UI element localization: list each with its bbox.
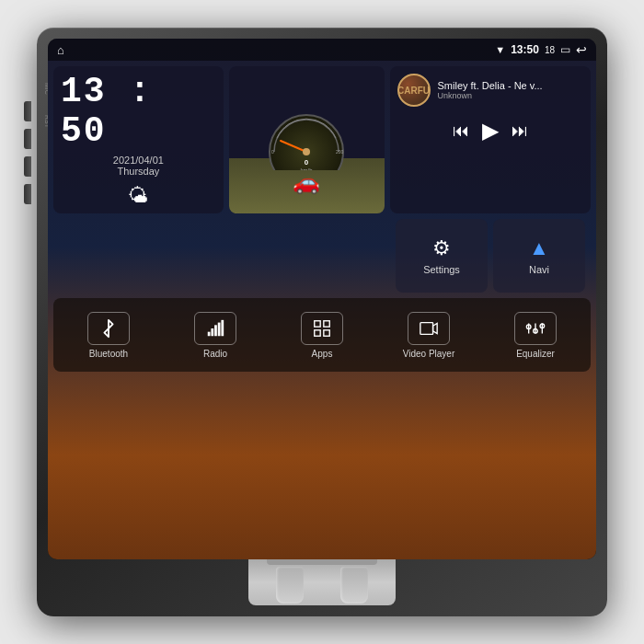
side-button-3[interactable] [24, 156, 31, 177]
video-icon [419, 318, 439, 339]
music-controls: ⏮ ▶ ⏭ [397, 118, 584, 144]
svg-text:200: 200 [336, 149, 344, 155]
clock-time-display: 13 : 50 [61, 72, 216, 151]
svg-rect-14 [315, 329, 320, 335]
battery-indicator: 18 [545, 45, 555, 55]
radio-label: Radio [203, 349, 227, 359]
svg-rect-11 [221, 319, 224, 335]
app-bar: Bluetooth [53, 298, 591, 372]
video-icon-box [408, 312, 450, 345]
device-stand [248, 559, 396, 605]
svg-text:0: 0 [305, 158, 309, 167]
svg-rect-15 [324, 329, 329, 335]
svg-point-2 [303, 148, 310, 155]
status-bar: ⌂ ▼ 13:50 18 ▭ ↩ [48, 39, 596, 61]
screen: ⌂ ▼ 13:50 18 ▭ ↩ [48, 39, 596, 559]
svg-marker-17 [433, 323, 438, 333]
navi-button[interactable]: ▲ Navi [493, 219, 585, 293]
svg-rect-13 [324, 320, 329, 326]
album-art: CARFU [397, 74, 431, 107]
speed-widget: 🚗 [229, 66, 385, 213]
stand-legs [276, 559, 368, 605]
side-button-2[interactable] [24, 129, 31, 149]
navi-label: Navi [529, 264, 549, 275]
video-button[interactable]: Video Player [377, 312, 480, 359]
settings-icon: ⚙ [432, 236, 451, 260]
equalizer-label: Equalizer [516, 349, 555, 359]
bluetooth-icon [98, 318, 119, 339]
music-header: CARFU Smiley ft. Delia - Ne v... Unknown [397, 74, 584, 107]
weather-icon: 🌤 [128, 184, 148, 208]
settings-label: Settings [423, 264, 460, 275]
svg-rect-8 [211, 328, 213, 336]
stand-leg-left [276, 567, 304, 604]
status-time: 13:50 [511, 43, 539, 56]
speedometer: 0 km/h 0 200 [260, 106, 352, 174]
music-artist: Unknown [438, 91, 584, 100]
apps-button[interactable]: Apps [270, 312, 374, 359]
battery-icon: ▭ [560, 43, 570, 56]
main-content: 13 : 50 2021/04/01 Thursday 🌤 🚗 [48, 61, 596, 559]
apps-icon [312, 318, 332, 339]
top-row: 13 : 50 2021/04/01 Thursday 🌤 🚗 [53, 66, 591, 213]
clock-date: 2021/04/01 Thursday [113, 155, 164, 177]
music-info: Smiley ft. Delia - Ne v... Unknown [438, 80, 584, 100]
bluetooth-icon-box [87, 312, 130, 345]
settings-button[interactable]: ⚙ Settings [396, 219, 488, 293]
status-bar-right: ▼ 13:50 18 ▭ ↩ [495, 42, 587, 57]
svg-rect-9 [214, 325, 217, 336]
radio-icon-box [194, 312, 236, 345]
svg-rect-7 [208, 331, 211, 336]
svg-text:km/h: km/h [301, 167, 313, 170]
svg-text:0: 0 [271, 149, 274, 155]
device-frame: MIC RST ⌂ ▼ 13:50 18 ▭ ↩ [37, 28, 607, 616]
back-icon[interactable]: ↩ [576, 42, 587, 57]
radio-button[interactable]: Radio [164, 312, 267, 359]
wifi-icon: ▼ [495, 44, 505, 55]
svg-rect-10 [218, 322, 221, 336]
bluetooth-label: Bluetooth [89, 349, 128, 359]
navi-icon: ▲ [529, 236, 549, 260]
side-buttons [24, 101, 31, 204]
prev-button[interactable]: ⏮ [453, 121, 469, 141]
home-icon[interactable]: ⌂ [57, 43, 64, 57]
next-button[interactable]: ⏭ [512, 121, 528, 141]
status-bar-left: ⌂ [57, 43, 64, 57]
svg-rect-12 [315, 320, 320, 326]
stand-leg-right [340, 567, 368, 604]
play-button[interactable]: ▶ [482, 118, 499, 144]
bluetooth-button[interactable]: Bluetooth [57, 312, 160, 359]
side-button-4[interactable] [24, 184, 31, 204]
screen-bezel: ⌂ ▼ 13:50 18 ▭ ↩ [48, 39, 596, 559]
music-widget: CARFU Smiley ft. Delia - Ne v... Unknown… [390, 66, 592, 213]
svg-rect-16 [420, 322, 433, 334]
side-button-1[interactable] [24, 101, 31, 121]
speedometer-svg: 0 km/h 0 200 [260, 106, 352, 170]
radio-icon [205, 318, 225, 339]
middle-row: ⚙ Settings ▲ Navi [53, 219, 591, 293]
equalizer-icon [525, 318, 546, 339]
equalizer-icon-box [514, 312, 557, 345]
music-title: Smiley ft. Delia - Ne v... [438, 80, 584, 91]
clock-widget: 13 : 50 2021/04/01 Thursday 🌤 [53, 66, 224, 213]
equalizer-button[interactable]: Equalizer [484, 312, 587, 359]
apps-icon-box [301, 312, 343, 345]
video-label: Video Player [403, 349, 455, 359]
apps-label: Apps [312, 349, 333, 359]
